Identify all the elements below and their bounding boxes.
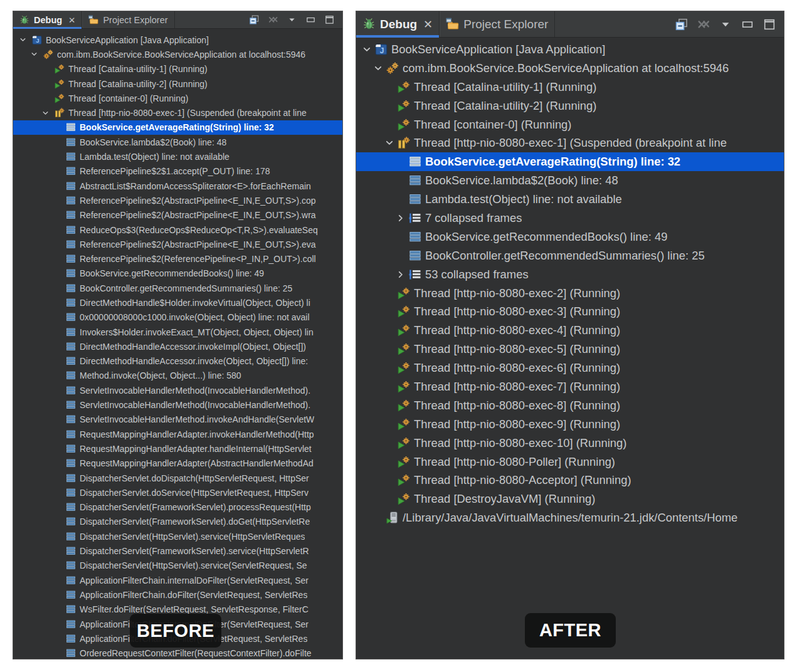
- stack-frame-row[interactable]: DirectMethodHandleAccessor.invoke(Object…: [13, 354, 342, 369]
- chevron-right-icon[interactable]: [396, 214, 409, 223]
- restore-windows-icon[interactable]: [249, 14, 260, 25]
- maximize-icon[interactable]: [763, 18, 776, 31]
- stack-frame-row[interactable]: ApplicationFilterChain.doFilter(ServletR…: [13, 587, 342, 602]
- chevron-right-icon[interactable]: [396, 270, 409, 279]
- remove-terminated-icon[interactable]: [268, 14, 278, 25]
- stack-frame-row[interactable]: ReferencePipeline$2$1.accept(P_OUT) line…: [13, 164, 342, 179]
- thread-row[interactable]: Thread [http-nio-8080-exec-2] (Running): [356, 284, 784, 303]
- stack-frame-row[interactable]: Method.invoke(Object, Object...) line: 5…: [13, 369, 342, 383]
- stack-frame-row[interactable]: DirectMethodHandle$Holder.invokeVirtual(…: [13, 295, 342, 310]
- thread-row[interactable]: Thread [Catalina-utility-2] (Running): [356, 97, 784, 115]
- stack-frame-row[interactable]: DispatcherServlet.doService(HttpServletR…: [13, 485, 342, 500]
- stack-frame-row[interactable]: BookService.getRecommendedBooks() line: …: [13, 266, 342, 281]
- stack-frame-icon: [66, 122, 76, 132]
- jdk-path-row[interactable]: /Library/Java/JavaVirtualMachines/temuri…: [356, 508, 784, 527]
- thread-row[interactable]: Thread [http-nio-8080-exec-3] (Running): [356, 302, 784, 321]
- stack-frame-row[interactable]: DispatcherServlet.doDispatch(HttpServlet…: [13, 471, 342, 485]
- stack-frame-row[interactable]: RequestMappingHandlerAdapter(AbstractHan…: [13, 456, 342, 471]
- stack-frame-row[interactable]: ServletInvocableHandlerMethod.invokeAndH…: [13, 412, 342, 427]
- thread-row[interactable]: Thread [Catalina-utility-1] (Running): [13, 62, 342, 76]
- tree-item-label: Method.invoke(Object, Object...) line: 5…: [80, 370, 241, 381]
- tab-project-explorer[interactable]: Project Explorer: [439, 11, 555, 37]
- thread-row[interactable]: Thread [http-nio-8080-exec-7] (Running): [356, 377, 784, 396]
- stack-frame-row[interactable]: ReferencePipeline$2(AbstractPipeline<E_I…: [13, 237, 342, 251]
- view-menu-icon[interactable]: [719, 18, 732, 31]
- thread-row[interactable]: Thread [Catalina-utility-1] (Running): [356, 78, 784, 97]
- thread-row[interactable]: Thread [http-nio-8080-exec-9] (Running): [356, 415, 784, 434]
- stack-frame-row[interactable]: AbstractList$RandomAccessSpliterator<E>.…: [13, 179, 342, 193]
- stack-frame-row[interactable]: ReferencePipeline$2(AbstractPipeline<E_I…: [13, 208, 342, 223]
- thread-row[interactable]: Thread [http-nio-8080-exec-1] (Suspended…: [13, 105, 342, 120]
- stack-frame-row[interactable]: DispatcherServlet(HttpServlet).service(S…: [13, 559, 342, 573]
- thread-row[interactable]: Thread [container-0] (Running): [13, 91, 342, 105]
- remove-terminated-icon[interactable]: [697, 18, 710, 31]
- chevron-down-icon[interactable]: [19, 36, 32, 43]
- chevron-down-icon[interactable]: [362, 45, 375, 54]
- stack-frame-row[interactable]: DispatcherServlet(FrameworkServlet).serv…: [13, 543, 342, 558]
- thread-row[interactable]: Thread [http-nio-8080-exec-1] (Suspended…: [356, 134, 784, 152]
- stack-frame-row[interactable]: BookController.getRecommendedSummaries()…: [356, 246, 784, 265]
- thread-row[interactable]: Thread [DestroyJavaVM] (Running): [356, 490, 784, 508]
- minimize-icon[interactable]: [741, 18, 754, 31]
- tab-close-icon[interactable]: ✕: [421, 18, 433, 31]
- thread-row[interactable]: Thread [http-nio-8080-exec-10] (Running): [356, 434, 784, 453]
- stack-frame-row[interactable]: BookService.getRecommendedBooks() line: …: [356, 228, 784, 246]
- stack-frame-row[interactable]: ServletInvocableHandlerMethod(InvocableH…: [13, 383, 342, 397]
- stack-frame-row[interactable]: OrderedRequestContextFilter(RequestConte…: [13, 646, 342, 659]
- thread-row[interactable]: Thread [http-nio-8080-exec-4] (Running): [356, 321, 784, 340]
- thread-row[interactable]: Thread [http-nio-8080-exec-5] (Running): [356, 340, 784, 359]
- stack-frame-icon: [66, 225, 76, 235]
- tab-project-explorer[interactable]: Project Explorer: [82, 11, 174, 28]
- thread-row[interactable]: Thread [container-0] (Running): [356, 115, 784, 134]
- tab-debug[interactable]: Debug ✕: [13, 11, 82, 28]
- tab-close-icon[interactable]: ✕: [66, 15, 75, 25]
- view-menu-icon[interactable]: [287, 14, 297, 25]
- stack-frame-row[interactable]: BookService.getAverageRating(String) lin…: [13, 120, 342, 135]
- maximize-icon[interactable]: [324, 14, 335, 25]
- thread-row[interactable]: Thread [http-nio-8080-Poller] (Running): [356, 453, 784, 471]
- stack-frame-row[interactable]: ReferencePipeline$2(AbstractPipeline<E_I…: [13, 193, 342, 207]
- stack-frame-row[interactable]: DirectMethodHandleAccessor.invokeImpl(Ob…: [13, 339, 342, 354]
- stack-frame-row[interactable]: Lambda.test(Object) line: not available: [13, 149, 342, 164]
- stack-frame-row[interactable]: DispatcherServlet(FrameworkServlet).proc…: [13, 500, 342, 515]
- stack-frame-icon: [409, 174, 421, 187]
- chevron-down-icon[interactable]: [374, 64, 386, 73]
- tab-debug[interactable]: Debug ✕: [356, 11, 439, 37]
- collapsed-frames-row[interactable]: 7 collapsed frames: [356, 209, 784, 228]
- stack-frame-icon: [66, 400, 76, 410]
- stack-frame-row[interactable]: 0x00000008000c1000.invoke(Object, Object…: [13, 310, 342, 325]
- minimize-icon[interactable]: [305, 14, 316, 25]
- jvm-process-row[interactable]: com.ibm.BookService.BookServiceApplicati…: [13, 47, 342, 61]
- tree-item-label: BookService.getRecommendedBooks() line: …: [425, 230, 667, 244]
- chevron-down-icon[interactable]: [42, 110, 55, 117]
- stack-frame-row[interactable]: BookController.getRecommendedSummaries()…: [13, 281, 342, 295]
- thread-row[interactable]: Thread [http-nio-8080-exec-8] (Running): [356, 396, 784, 415]
- stack-frame-row[interactable]: Invokers$Holder.invokeExact_MT(Object, O…: [13, 325, 342, 339]
- stack-frame-row[interactable]: RequestMappingHandlerAdapter.invokeHandl…: [13, 427, 342, 441]
- stack-frame-row[interactable]: Lambda.test(Object) line: not available: [356, 190, 784, 209]
- stack-frame-row[interactable]: ApplicationFilterChain.internalDoFilter(…: [13, 573, 342, 587]
- stack-frame-row[interactable]: ServletInvocableHandlerMethod(InvocableH…: [13, 397, 342, 412]
- tree-item-label: DispatcherServlet(HttpServlet).service(H…: [80, 532, 305, 542]
- tree-item-label: AbstractList$RandomAccessSpliterator<E>.…: [80, 181, 311, 191]
- thread-row[interactable]: Thread [Catalina-utility-2] (Running): [13, 76, 342, 91]
- thread-row[interactable]: Thread [http-nio-8080-exec-6] (Running): [356, 359, 784, 377]
- collapsed-frames-row[interactable]: 53 collapsed frames: [356, 265, 784, 284]
- stack-frame-row[interactable]: ReferencePipeline$2(ReferencePipeline<P_…: [13, 251, 342, 266]
- stack-frame-row[interactable]: DispatcherServlet(HttpServlet).service(H…: [13, 529, 342, 543]
- stack-frame-row[interactable]: BookService.lambda$2(Book) line: 48: [13, 135, 342, 149]
- tree-item-label: 53 collapsed frames: [425, 268, 529, 281]
- stack-frame-row[interactable]: ReduceOps$3(ReduceOps$ReduceOp<T,R,S>).e…: [13, 223, 342, 237]
- stack-frame-row[interactable]: BookService.getAverageRating(String) lin…: [356, 152, 784, 171]
- stack-frame-row[interactable]: DispatcherServlet(FrameworkServlet).doGe…: [13, 515, 342, 529]
- restore-windows-icon[interactable]: [675, 18, 689, 31]
- launch-config-row[interactable]: JBookServiceApplication [Java Applicatio…: [13, 33, 342, 47]
- chevron-down-icon[interactable]: [385, 139, 398, 147]
- launch-config-row[interactable]: JBookServiceApplication [Java Applicatio…: [356, 40, 784, 59]
- chevron-down-icon[interactable]: [31, 51, 43, 58]
- jvm-process-row[interactable]: com.ibm.BookService.BookServiceApplicati…: [356, 59, 784, 78]
- project-explorer-icon: [446, 18, 459, 31]
- stack-frame-row[interactable]: BookService.lambda$2(Book) line: 48: [356, 171, 784, 190]
- thread-row[interactable]: Thread [http-nio-8080-Acceptor] (Running…: [356, 471, 784, 490]
- stack-frame-row[interactable]: RequestMappingHandlerAdapter.handleInter…: [13, 441, 342, 456]
